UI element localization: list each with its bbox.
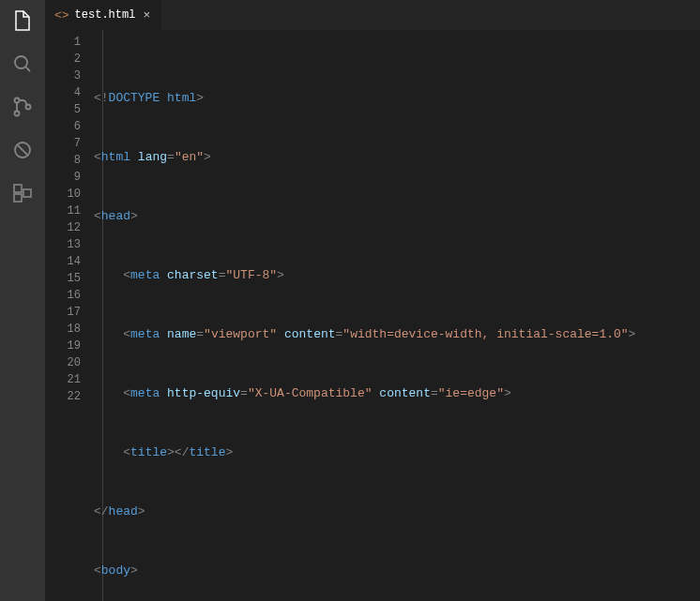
code-line[interactable]: <html lang="en">	[94, 149, 700, 166]
svg-rect-9	[23, 189, 31, 197]
editor-group: <> test.html × 1234567891011121314151617…	[45, 0, 700, 601]
source-control-icon[interactable]	[9, 94, 36, 120]
code-line[interactable]: </head>	[94, 503, 700, 520]
code-line[interactable]: <meta name="viewport" content="width=dev…	[94, 326, 700, 343]
app-root: <> test.html × 1234567891011121314151617…	[0, 0, 700, 601]
debug-icon[interactable]	[9, 137, 36, 163]
code-area[interactable]: <!DOCTYPE html> <html lang="en"> <head> …	[94, 30, 700, 601]
svg-rect-8	[14, 194, 22, 202]
extensions-icon[interactable]	[9, 180, 36, 206]
code-line[interactable]: <!DOCTYPE html>	[94, 90, 700, 107]
html-file-icon: <>	[54, 8, 69, 23]
svg-line-1	[25, 67, 30, 71]
svg-rect-7	[14, 185, 22, 192]
code-line[interactable]: <meta charset="UTF-8">	[94, 267, 700, 284]
code-line[interactable]: <meta http-equiv="X-UA-Compatible" conte…	[94, 385, 700, 402]
search-icon[interactable]	[9, 51, 36, 77]
tab-label: test.html	[75, 8, 136, 22]
tab-bar: <> test.html ×	[45, 0, 700, 30]
line-number-gutter: 12345678910111213141516171819202122	[45, 30, 94, 601]
tab-test-html[interactable]: <> test.html ×	[45, 0, 162, 30]
explorer-icon[interactable]	[9, 8, 36, 34]
code-line[interactable]: <title></title>	[94, 444, 700, 461]
svg-point-3	[15, 112, 20, 116]
code-line[interactable]: <body>	[94, 563, 700, 579]
svg-point-0	[15, 56, 27, 68]
code-line[interactable]: <head>	[94, 208, 700, 225]
svg-point-2	[15, 98, 20, 103]
close-icon[interactable]: ×	[141, 8, 152, 23]
svg-point-4	[26, 105, 31, 110]
svg-line-6	[17, 144, 27, 155]
activity-bar	[0, 0, 45, 601]
code-editor[interactable]: 12345678910111213141516171819202122 <!DO…	[45, 30, 700, 601]
